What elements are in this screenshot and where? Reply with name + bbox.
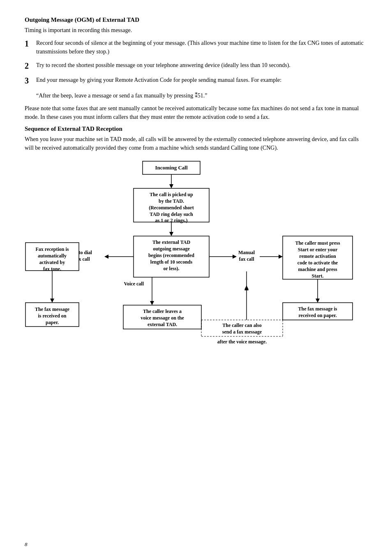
svg-text:paper.: paper. [46, 320, 59, 325]
page: Outgoing Message (OGM) of External TAD T… [0, 0, 392, 556]
section2-body: When you leave your machine set in TAD m… [25, 135, 367, 152]
svg-text:The fax message: The fax message [35, 306, 70, 312]
step-3-text: End your message by giving your Remote A… [36, 76, 281, 84]
svg-text:by the TAD.: by the TAD. [159, 198, 184, 204]
svg-marker-34 [279, 255, 283, 259]
svg-text:activated by: activated by [39, 259, 65, 265]
svg-text:The call is picked up: The call is picked up [150, 192, 193, 197]
diagram: Incoming Call The call is picked up by t… [25, 160, 367, 358]
section2-heading: Sequence of External TAD Reception [25, 125, 367, 132]
diagram-svg: Incoming Call The call is picked up by t… [25, 160, 367, 358]
svg-text:(Recommended short: (Recommended short [149, 205, 194, 211]
svg-text:Fax reception is: Fax reception is [35, 246, 69, 252]
svg-text:fax call: fax call [239, 256, 255, 262]
svg-text:begins (recommended: begins (recommended [148, 253, 194, 258]
svg-text:The external TAD: The external TAD [152, 239, 191, 245]
svg-marker-30 [233, 255, 237, 259]
svg-text:after the voice message.: after the voice message. [217, 339, 267, 345]
step-1: 1 Record four seconds of silence at the … [25, 39, 367, 56]
step-3-num: 3 [25, 76, 36, 86]
svg-text:Start.: Start. [312, 273, 324, 279]
svg-text:The caller leaves a: The caller leaves a [143, 308, 182, 314]
svg-text:Manual: Manual [238, 250, 255, 255]
step-2: 2 Try to record the shortest possible me… [25, 61, 367, 71]
svg-marker-56 [316, 299, 320, 303]
step-2-text: Try to record the shortest possible mess… [36, 61, 291, 70]
svg-text:TAD ring delay such: TAD ring delay such [150, 211, 193, 217]
step-3: 3 End your message by giving your Remote… [25, 76, 367, 86]
svg-marker-70 [244, 285, 249, 290]
svg-text:send a fax message: send a fax message [222, 329, 262, 335]
steps-list: 1 Record four seconds of silence at the … [25, 39, 367, 86]
section1-intro: Timing is important in recording this me… [25, 26, 367, 35]
svg-text:remote activation: remote activation [299, 253, 336, 259]
svg-text:automatically: automatically [38, 253, 67, 259]
svg-text:machine and press: machine and press [298, 266, 337, 272]
step-1-text: Record four seconds of silence at the be… [36, 39, 367, 56]
svg-text:is received on: is received on [38, 313, 66, 319]
svg-text:Voice call: Voice call [124, 281, 144, 287]
page-number: 8 [25, 541, 28, 548]
svg-text:external TAD.: external TAD. [148, 322, 177, 327]
section1-note: Please note that some faxes that are sen… [25, 104, 367, 121]
svg-marker-3 [169, 184, 173, 188]
section1-heading: Outgoing Message (OGM) of External TAD [25, 16, 367, 23]
step-1-num: 1 [25, 39, 36, 49]
indented-example: “After the beep, leave a message or send… [36, 91, 367, 100]
svg-text:or less).: or less). [163, 266, 179, 271]
svg-marker-19 [104, 255, 108, 259]
svg-marker-43 [50, 299, 54, 303]
svg-text:Start or enter your: Start or enter your [298, 247, 338, 253]
svg-text:The caller can also: The caller can also [222, 322, 261, 328]
svg-text:code to activate the: code to activate the [297, 260, 338, 266]
svg-marker-50 [150, 301, 154, 305]
svg-text:voice message on the: voice message on the [141, 315, 184, 321]
svg-text:Incoming Call: Incoming Call [155, 164, 187, 171]
svg-marker-11 [169, 232, 173, 236]
svg-text:length of 10 seconds: length of 10 seconds [150, 259, 193, 265]
svg-text:The fax message is: The fax message is [298, 306, 337, 312]
svg-text:outgoing message: outgoing message [153, 246, 190, 252]
step-2-num: 2 [25, 61, 36, 71]
svg-text:received on paper.: received on paper. [299, 313, 337, 318]
svg-text:The caller must press: The caller must press [295, 240, 340, 246]
